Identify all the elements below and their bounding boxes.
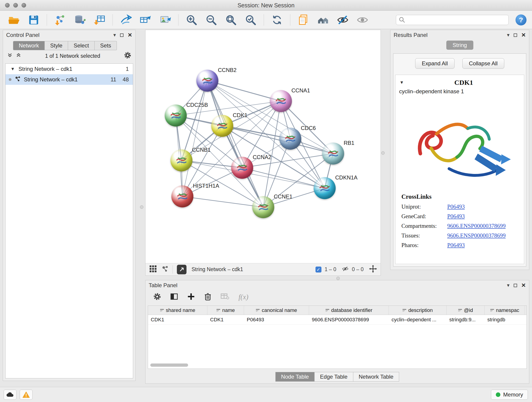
- float-panel-icon[interactable]: [514, 284, 517, 287]
- tab-network-table[interactable]: Network Table: [353, 372, 399, 382]
- network-node-rb1[interactable]: [322, 143, 344, 165]
- help-button[interactable]: ?: [515, 14, 526, 26]
- import-network-database-button[interactable]: [73, 13, 87, 27]
- close-panel-icon[interactable]: ✕: [128, 32, 132, 38]
- network-node-cdc6[interactable]: [279, 128, 301, 150]
- collapse-panel-icon[interactable]: ▾: [507, 32, 510, 38]
- import-network-file-button[interactable]: [53, 13, 67, 27]
- crosslink-link[interactable]: 9606.ENSP00000378699: [447, 232, 506, 239]
- expand-all-networks-icon[interactable]: [7, 52, 13, 59]
- minimize-window-button[interactable]: [13, 3, 18, 7]
- collapse-panel-icon[interactable]: ▾: [114, 32, 116, 38]
- crosslink-link[interactable]: P06493: [447, 204, 465, 210]
- warnings-button[interactable]: [20, 390, 32, 400]
- table-cell[interactable]: CDK1: [207, 315, 244, 324]
- show-columns-icon[interactable]: [170, 293, 178, 301]
- zoom-fit-button[interactable]: [224, 13, 238, 27]
- splitter-knob[interactable]: [336, 277, 340, 280]
- collapse-all-networks-icon[interactable]: [16, 52, 21, 59]
- show-all-button[interactable]: [355, 13, 370, 27]
- copy-document-button[interactable]: [296, 13, 310, 27]
- close-window-button[interactable]: [5, 3, 10, 7]
- tab-edge-table[interactable]: Edge Table: [315, 372, 353, 382]
- birds-eye-grid-icon[interactable]: [149, 265, 157, 274]
- memory-button[interactable]: Memory: [491, 390, 528, 400]
- crosslink-link[interactable]: 9606.ENSP00000378699: [447, 223, 506, 229]
- table-cell[interactable]: 9606.ENSP00000378699: [309, 315, 389, 324]
- network-share-icon[interactable]: [162, 265, 168, 274]
- crosslink-label: GeneCard:: [401, 213, 447, 220]
- network-canvas[interactable]: CCNB2 CCNA1 CDC25B CDK1 CDC6 RB1 CCNB1 C…: [146, 30, 380, 263]
- network-node-cdc25b[interactable]: [165, 104, 187, 127]
- zoom-in-button[interactable]: [184, 13, 199, 27]
- network-collection-row[interactable]: ▼ String Network – cdk1 1: [6, 64, 133, 74]
- clone-network-button[interactable]: [119, 13, 133, 27]
- column-header-database-identifier[interactable]: database identifier: [309, 306, 389, 315]
- table-toolbar: f(x): [146, 290, 529, 304]
- close-panel-icon[interactable]: ✕: [521, 282, 526, 288]
- pan-crosshair-icon[interactable]: [369, 265, 377, 274]
- crosslink-link[interactable]: P06493: [447, 242, 465, 249]
- column-header-shared-name[interactable]: shared name: [148, 306, 207, 315]
- open-session-button[interactable]: [7, 13, 21, 27]
- gene-caret-icon[interactable]: ▼: [399, 80, 404, 85]
- table-settings-gear-icon[interactable]: [153, 293, 161, 301]
- column-header--id[interactable]: @id: [447, 306, 485, 315]
- zoom-out-button[interactable]: [204, 13, 218, 27]
- float-panel-icon[interactable]: [514, 33, 517, 37]
- table-cell[interactable]: stringdb: [485, 315, 525, 324]
- zoom-window-button[interactable]: [22, 3, 26, 7]
- network-node-cdk1[interactable]: [211, 115, 233, 137]
- column-header-name[interactable]: name: [207, 306, 244, 315]
- collapse-all-button[interactable]: Collapse All: [462, 58, 504, 69]
- tab-select[interactable]: Select: [68, 41, 95, 50]
- network-node-cdkn1a[interactable]: [314, 177, 336, 199]
- network-node-ccna2[interactable]: [231, 157, 253, 179]
- save-session-button[interactable]: [27, 13, 41, 27]
- network-row-selected[interactable]: String Network – cdk1 11 48: [6, 74, 133, 85]
- hide-selected-button[interactable]: [336, 13, 350, 27]
- home-button[interactable]: [316, 13, 330, 27]
- column-header-description[interactable]: description: [389, 306, 447, 315]
- network-node-ccnb1[interactable]: [171, 149, 192, 172]
- import-table-file-button[interactable]: [92, 13, 107, 27]
- network-node-ccna1[interactable]: [270, 90, 292, 112]
- float-panel-icon[interactable]: [120, 33, 123, 37]
- table-horizontal-scrollbar[interactable]: [150, 364, 188, 367]
- tab-network[interactable]: Network: [13, 41, 45, 50]
- toolbar-separator: [113, 14, 113, 26]
- table-cell[interactable]: CDK1: [148, 315, 207, 324]
- refresh-button[interactable]: [270, 13, 284, 27]
- column-header-canonical-name[interactable]: canonical name: [244, 306, 309, 315]
- network-selected-status: 1 of 1 Network selected: [21, 53, 124, 59]
- tab-string[interactable]: String: [446, 41, 473, 50]
- table-cell[interactable]: P06493: [244, 315, 309, 324]
- network-from-table-button[interactable]: [138, 13, 152, 27]
- table-cell[interactable]: stringdb:9...: [447, 315, 485, 324]
- table-cell[interactable]: cyclin–dependent ...: [389, 315, 447, 324]
- network-node-hist1h1a[interactable]: [171, 185, 193, 207]
- crosslink-link[interactable]: P06493: [447, 213, 465, 220]
- collection-caret-icon[interactable]: ▼: [11, 66, 15, 71]
- table-row[interactable]: CDK1CDK1P064939606.ENSP00000378699cyclin…: [148, 315, 526, 325]
- collapse-panel-icon[interactable]: ▾: [507, 282, 510, 288]
- network-node-ccne1[interactable]: [252, 196, 274, 218]
- splitter-knob[interactable]: [381, 151, 385, 155]
- export-image-button[interactable]: [158, 13, 172, 27]
- zoom-selected-button[interactable]: [244, 13, 258, 27]
- selected-nodes-checkbox-icon[interactable]: ✓: [316, 267, 322, 273]
- column-header-namespac[interactable]: namespac: [485, 306, 525, 315]
- open-in-new-window-button[interactable]: [177, 265, 186, 274]
- close-panel-icon[interactable]: ✕: [521, 32, 526, 38]
- tab-style[interactable]: Style: [45, 41, 68, 50]
- add-column-icon[interactable]: [187, 293, 195, 301]
- tab-node-table[interactable]: Node Table: [275, 372, 315, 382]
- tab-sets[interactable]: Sets: [95, 41, 117, 50]
- expand-all-button[interactable]: Expand All: [415, 58, 454, 69]
- network-options-gear-icon[interactable]: [124, 51, 131, 60]
- network-node-ccnb2[interactable]: [196, 70, 218, 92]
- delete-column-trash-icon[interactable]: [204, 293, 211, 301]
- search-input[interactable]: [396, 15, 509, 25]
- cloud-status-button[interactable]: [4, 390, 17, 400]
- splitter-knob[interactable]: [140, 205, 143, 209]
